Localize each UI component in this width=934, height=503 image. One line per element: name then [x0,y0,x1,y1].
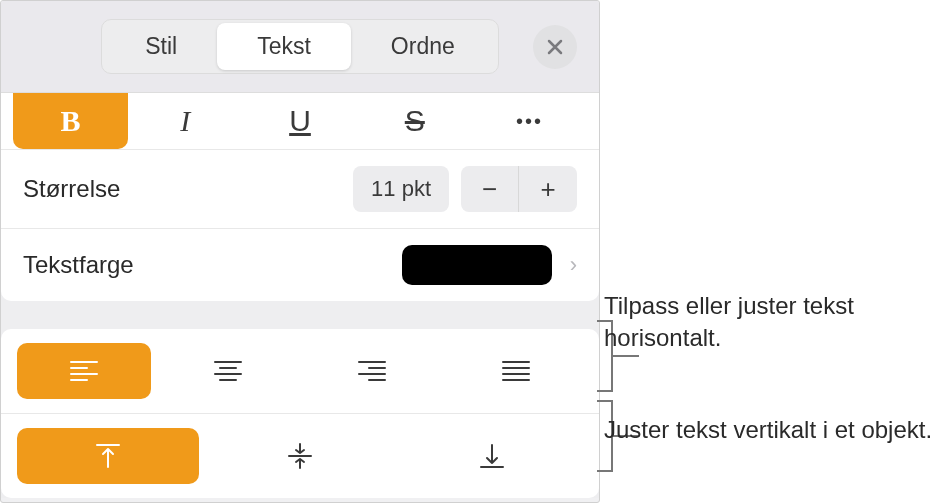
callout-vertical: Juster tekst vertikalt i et objekt. [604,414,932,446]
close-icon [546,38,564,56]
align-left-button[interactable] [17,343,151,399]
size-value[interactable]: 11 pkt [353,166,449,212]
vertical-align-row [1,414,599,498]
valign-middle-button[interactable] [209,428,391,484]
text-color-swatch[interactable] [402,245,552,285]
text-color-row[interactable]: Tekstfarge › [1,229,599,301]
font-style-row: B I U S ••• [1,93,599,150]
font-section: B I U S ••• Størrelse 11 pkt − + Tekstfa… [1,93,599,301]
panel-header: Stil Tekst Ordne [1,1,599,93]
italic-button[interactable]: I [128,93,243,149]
align-justify-icon [501,359,531,383]
valign-bottom-icon [479,442,505,470]
valign-top-button[interactable] [17,428,199,484]
size-increase-button[interactable]: + [519,166,577,212]
horizontal-align-row [1,329,599,414]
size-row: Størrelse 11 pkt − + [1,150,599,229]
align-right-icon [357,359,387,383]
align-right-button[interactable] [305,343,439,399]
align-left-icon [69,359,99,383]
callout-horizontal: Tilpass eller juster tekst horisontalt. [604,290,934,355]
align-center-icon [213,359,243,383]
valign-top-icon [95,442,121,470]
tab-segmented-control: Stil Tekst Ordne [101,19,499,74]
align-justify-button[interactable] [449,343,583,399]
valign-middle-icon [287,442,313,470]
valign-bottom-button[interactable] [401,428,583,484]
tab-ordne[interactable]: Ordne [351,23,495,70]
strikethrough-button[interactable]: S [357,93,472,149]
size-label: Størrelse [23,175,353,203]
alignment-section [1,329,599,498]
more-styles-button[interactable]: ••• [472,93,587,149]
tab-stil[interactable]: Stil [105,23,217,70]
text-color-label: Tekstfarge [23,251,402,279]
close-button[interactable] [533,25,577,69]
tab-tekst[interactable]: Tekst [217,23,351,70]
bold-button[interactable]: B [13,93,128,149]
format-panel: Stil Tekst Ordne B I U S ••• Størrelse 1… [0,0,600,503]
underline-button[interactable]: U [243,93,358,149]
size-decrease-button[interactable]: − [461,166,519,212]
panel-content: B I U S ••• Størrelse 11 pkt − + Tekstfa… [1,93,599,498]
chevron-right-icon: › [570,252,577,278]
align-center-button[interactable] [161,343,295,399]
size-stepper: − + [461,166,577,212]
callout-line-1 [613,355,639,357]
